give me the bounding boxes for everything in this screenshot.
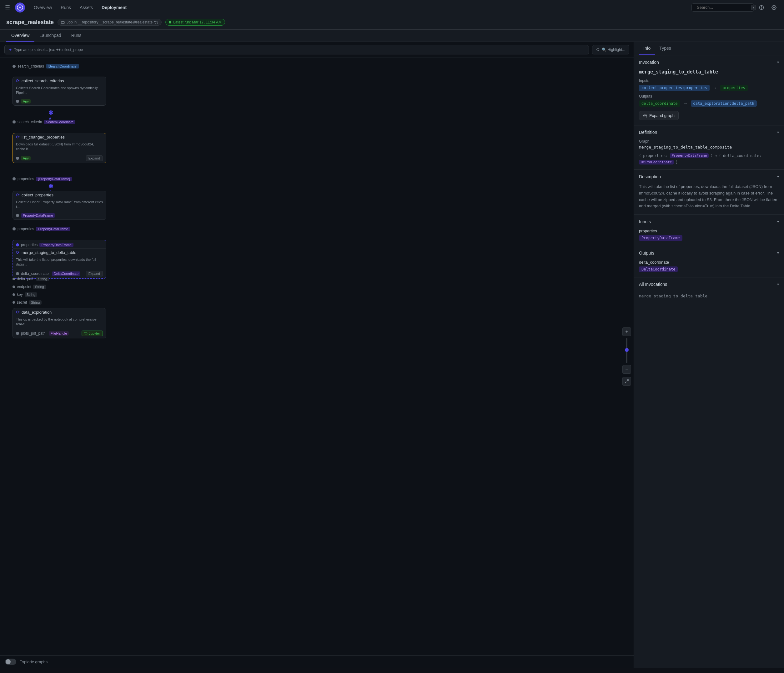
nav-deployment[interactable]: Deployment bbox=[98, 3, 131, 12]
all-invocations-title: All Invocations bbox=[639, 282, 667, 287]
node-name-3: properties bbox=[17, 177, 34, 181]
sig-open: ( bbox=[639, 154, 641, 158]
definition-header[interactable]: Definition ▾ bbox=[634, 125, 784, 139]
type-signature: ( properties: PropertyDataFrame ) ⇒ ( de… bbox=[639, 153, 779, 165]
highlight-button[interactable]: 🔍 Highlight... bbox=[592, 45, 629, 55]
invocation-input-row: collect_properties:properties → properti… bbox=[639, 85, 779, 91]
svg-point-4 bbox=[773, 7, 775, 8]
settings-icon[interactable] bbox=[769, 3, 779, 12]
svg-point-6 bbox=[596, 48, 599, 51]
invocation-output-row: delta_coordinate → data_exploration:delt… bbox=[639, 100, 779, 107]
jupyter-button[interactable]: Jupyter bbox=[82, 330, 103, 336]
node-collect-properties: ⟳ collect_properties Collect a List of `… bbox=[12, 191, 106, 220]
description-body: This will take the list of properties, d… bbox=[634, 184, 784, 215]
op-desc-3: Collect a List of `PropertyDataFrame` fr… bbox=[13, 199, 106, 212]
output-dot-3 bbox=[16, 214, 19, 217]
asterisk-icon: ✱ bbox=[48, 109, 53, 116]
expand-graph-button[interactable]: Expand graph bbox=[639, 111, 679, 120]
zoom-fit-button[interactable] bbox=[622, 377, 631, 386]
secret-name: secret bbox=[17, 300, 27, 305]
main-layout: ✦ Type an op subset... (ex: ++collect_pr… bbox=[0, 42, 784, 668]
filter-placeholder: Type an op subset... (ex: ++collect_prop… bbox=[14, 48, 83, 52]
description-section: Description ▾ This will take the list of… bbox=[634, 170, 784, 215]
any-tag: Any bbox=[21, 99, 31, 103]
input-param-type: PropertyDataFrame bbox=[639, 235, 682, 241]
op-arrow-5: ⟳ bbox=[16, 310, 20, 315]
output-param-name: delta_coordinate bbox=[639, 260, 779, 265]
description-header[interactable]: Description ▾ bbox=[634, 170, 784, 184]
tab-runs[interactable]: Runs bbox=[66, 30, 87, 42]
definition-section: Definition ▾ Graph merge_staging_to_delt… bbox=[634, 125, 784, 170]
outputs-section-title: Outputs bbox=[639, 251, 654, 255]
bottom-toolbar: Explode graphs bbox=[0, 655, 634, 668]
description-chevron: ▾ bbox=[777, 174, 779, 179]
outputs-section: Outputs ▾ delta_coordinate DeltaCoordina… bbox=[634, 246, 784, 277]
op-name-5: data_exploration bbox=[22, 310, 51, 315]
inputs-section-header[interactable]: Inputs ▾ bbox=[634, 215, 784, 229]
invocation-item: merge_staging_to_delta_table bbox=[639, 291, 779, 301]
any-tag-2: Any bbox=[21, 156, 31, 160]
output-dot-2 bbox=[16, 157, 19, 160]
tab-launchpad[interactable]: Launchpad bbox=[34, 30, 66, 42]
delta-path-tag: String bbox=[36, 277, 49, 281]
node-footer-3: PropertyDataFrame bbox=[13, 212, 106, 220]
output-from-tag: delta_coordinate bbox=[639, 100, 680, 107]
output-param-type: DeltaCoordinate bbox=[639, 266, 678, 272]
inputs-chevron: ▾ bbox=[777, 220, 779, 224]
op-arrow-icon: ⟳ bbox=[16, 78, 20, 83]
app-logo bbox=[15, 3, 25, 12]
job-label: Job in __repository__scrape_realestate@r… bbox=[67, 20, 152, 24]
nav-overview[interactable]: Overview bbox=[30, 3, 56, 12]
outputs-section-header[interactable]: Outputs ▾ bbox=[634, 246, 784, 260]
description-text: This will take the list of properties, d… bbox=[639, 184, 779, 210]
description-title: Description bbox=[639, 174, 661, 179]
delta-path-name: delta_path bbox=[17, 277, 34, 281]
key-name: key bbox=[17, 293, 23, 297]
sig-close-paren2: ) bbox=[675, 160, 678, 165]
zoom-controls: + − bbox=[622, 327, 631, 386]
explode-toggle[interactable] bbox=[5, 659, 16, 665]
right-tab-types[interactable]: Types bbox=[655, 42, 675, 55]
connector-4 bbox=[55, 164, 55, 177]
zoom-out-button[interactable]: − bbox=[622, 365, 631, 374]
zoom-thumb[interactable] bbox=[625, 348, 628, 352]
help-icon[interactable] bbox=[756, 3, 767, 12]
graph-name: merge_staging_to_delta_table_composite bbox=[639, 145, 779, 150]
list-expand-button[interactable]: Expand bbox=[86, 156, 103, 161]
node-tag-purple-3: PropertyDataFrame bbox=[36, 227, 70, 231]
node-dot-4 bbox=[12, 227, 16, 231]
input-to-tag: properties bbox=[720, 85, 748, 91]
all-invocations-header[interactable]: All Invocations ▾ bbox=[634, 277, 784, 291]
invocation-chevron: ▾ bbox=[777, 60, 779, 64]
op-desc-4: This will take the list of properties, d… bbox=[13, 256, 106, 270]
invocation-header[interactable]: Invocation ▾ bbox=[634, 55, 784, 69]
node-dot-9 bbox=[12, 301, 15, 304]
hamburger-icon[interactable]: ☰ bbox=[5, 4, 10, 11]
tab-overview[interactable]: Overview bbox=[6, 30, 34, 42]
filehandle-tag: FileHandle bbox=[49, 331, 69, 336]
right-tab-info[interactable]: Info bbox=[639, 42, 655, 55]
nav-search[interactable]: / bbox=[691, 3, 754, 12]
node-dot-5 bbox=[16, 243, 19, 246]
op-name: collect_search_criterias bbox=[22, 78, 64, 83]
nav-runs[interactable]: Runs bbox=[57, 3, 75, 12]
nav-assets[interactable]: Assets bbox=[76, 3, 96, 12]
io-arrow-right: → bbox=[713, 86, 717, 90]
search-input[interactable] bbox=[697, 5, 749, 10]
sub-header: scrape_realestate Job in __repository__s… bbox=[0, 15, 784, 30]
connector-6 bbox=[55, 217, 55, 227]
sig-arrow: ⇒ bbox=[715, 154, 717, 158]
merge-expand-button[interactable]: Expand bbox=[86, 271, 103, 276]
op-desc: Collects Search Coordinates and spawns d… bbox=[13, 84, 106, 98]
graph-canvas: search_criterias [SearchCoordinate] ⟳ co… bbox=[0, 58, 634, 655]
zoom-in-button[interactable]: + bbox=[622, 327, 631, 336]
node-merge-staging: properties PropertyDataFrame ⟳ merge_sta… bbox=[12, 240, 106, 279]
node-delta-path: delta_path String bbox=[12, 277, 49, 281]
zoom-slider[interactable] bbox=[626, 338, 627, 363]
left-panel: ✦ Type an op subset... (ex: ++collect_pr… bbox=[0, 42, 634, 668]
graph-label: Graph bbox=[639, 139, 779, 143]
node-properties-input: properties [PropertyDataFrame] bbox=[12, 177, 72, 181]
io-arrow-right-2: → bbox=[683, 101, 688, 106]
output-dot-5 bbox=[16, 332, 19, 335]
filter-input-container[interactable]: ✦ Type an op subset... (ex: ++collect_pr… bbox=[5, 45, 589, 55]
